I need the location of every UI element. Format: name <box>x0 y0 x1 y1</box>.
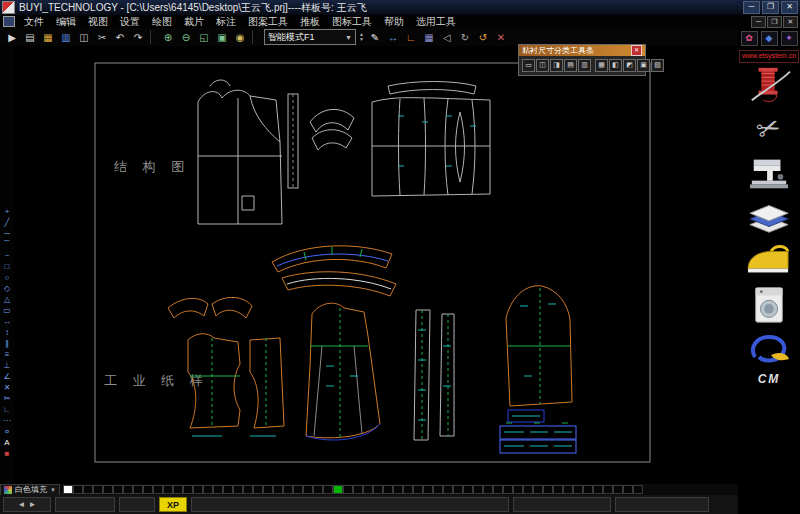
color-swatch-10[interactable] <box>163 485 173 494</box>
rect-tool[interactable]: □ <box>1 261 14 272</box>
color-swatch-29[interactable] <box>353 485 363 494</box>
delete-icon[interactable]: ✕ <box>493 30 509 45</box>
rule-tool[interactable]: ≡ <box>1 349 14 360</box>
menu-item-6[interactable]: 标注 <box>210 15 242 28</box>
iron-icon[interactable] <box>739 239 799 283</box>
fuse-size-9[interactable]: ▣ <box>637 59 650 72</box>
measure-icon[interactable]: ↔ <box>385 30 401 45</box>
color-swatch-45[interactable] <box>513 485 523 494</box>
color-swatch-17[interactable] <box>233 485 243 494</box>
fuse-size-6[interactable]: ▦ <box>595 59 608 72</box>
color-swatch-51[interactable] <box>573 485 583 494</box>
rotate-icon[interactable]: ↻ <box>457 30 473 45</box>
fill-color-select[interactable]: 白色填充 ▼ <box>0 484 60 496</box>
corner-icon[interactable]: ∟ <box>403 30 419 45</box>
erase-tool[interactable]: ✕ <box>1 382 14 393</box>
text-tool[interactable]: A <box>1 437 14 448</box>
pan-icon[interactable]: ◉ <box>232 30 248 45</box>
drawing-canvas[interactable]: 结 构 图 工 业 纸 样 <box>14 46 738 484</box>
band-tool[interactable]: ▭ <box>1 305 14 316</box>
color-swatch-57[interactable] <box>633 485 643 494</box>
color-swatch-1[interactable] <box>73 485 83 494</box>
zoom-window-icon[interactable]: ▣ <box>214 30 230 45</box>
color-swatch-7[interactable] <box>133 485 143 494</box>
color-swatch-13[interactable] <box>193 485 203 494</box>
options-button[interactable]: ✦ <box>781 31 798 46</box>
size-chart-button[interactable]: ◆ <box>761 31 778 46</box>
color-swatch-3[interactable] <box>93 485 103 494</box>
color-swatch-54[interactable] <box>603 485 613 494</box>
color-swatch-41[interactable] <box>473 485 483 494</box>
zoom-in-icon[interactable]: ⊕ <box>160 30 176 45</box>
sewing-machine-icon[interactable] <box>739 151 799 195</box>
color-swatch-50[interactable] <box>563 485 573 494</box>
menu-item-5[interactable]: 裁片 <box>178 15 210 28</box>
menu-item-1[interactable]: 编辑 <box>50 15 82 28</box>
color-swatch-19[interactable] <box>253 485 263 494</box>
scissors-icon[interactable]: ✂ <box>739 107 799 151</box>
color-swatch-9[interactable] <box>153 485 163 494</box>
fuse-size-3[interactable]: ◨ <box>550 59 563 72</box>
fuse-size-8[interactable]: ◩ <box>623 59 636 72</box>
color-swatch-26[interactable] <box>323 485 333 494</box>
parallel-tool[interactable]: ∥ <box>1 338 14 349</box>
fabric-stack-icon[interactable] <box>739 195 799 239</box>
brand-logo-icon[interactable] <box>739 327 799 371</box>
scissor-tool[interactable]: ✂ <box>1 393 14 404</box>
fuse-size-5[interactable]: ▥ <box>578 59 591 72</box>
grid-icon[interactable]: ▦ <box>421 30 437 45</box>
circle-tool[interactable]: ○ <box>1 272 14 283</box>
color-swatch-49[interactable] <box>553 485 563 494</box>
open-file-icon[interactable]: ▦ <box>40 30 56 45</box>
mode-spinner[interactable]: ▲▼ <box>359 32 364 42</box>
print-icon[interactable]: ◫ <box>76 30 92 45</box>
color-swatch-39[interactable] <box>453 485 463 494</box>
cut-icon[interactable]: ✂ <box>94 30 110 45</box>
menu-item-11[interactable]: 选用工具 <box>410 15 462 28</box>
menu-item-7[interactable]: 图案工具 <box>242 15 294 28</box>
color-swatch-12[interactable] <box>183 485 193 494</box>
color-swatch-28[interactable] <box>343 485 353 494</box>
refresh-icon[interactable]: ↺ <box>475 30 491 45</box>
color-swatch-53[interactable] <box>593 485 603 494</box>
new-file-icon[interactable]: ▤ <box>22 30 38 45</box>
color-swatch-56[interactable] <box>623 485 633 494</box>
color-swatch-22[interactable] <box>283 485 293 494</box>
menu-item-3[interactable]: 设置 <box>114 15 146 28</box>
color-swatch-33[interactable] <box>393 485 403 494</box>
fuse-size-10[interactable]: ▧ <box>651 59 664 72</box>
color-swatch-48[interactable] <box>543 485 553 494</box>
redo-icon[interactable]: ↷ <box>130 30 146 45</box>
mdi-restore-button[interactable]: ❐ <box>767 16 782 28</box>
minimize-button[interactable]: ─ <box>743 1 760 14</box>
smart-pen-tool[interactable]: + <box>1 206 14 217</box>
color-swatch-32[interactable] <box>383 485 393 494</box>
dart-tool[interactable]: △ <box>1 294 14 305</box>
mirror-icon[interactable]: ◁ <box>439 30 455 45</box>
close-icon[interactable]: ✕ <box>631 45 642 56</box>
color-swatch-30[interactable] <box>363 485 373 494</box>
menu-item-9[interactable]: 图标工具 <box>326 15 378 28</box>
mdi-minimize-button[interactable]: ─ <box>751 16 766 28</box>
color-swatch-35[interactable] <box>413 485 423 494</box>
arc-tool[interactable]: ⌒ <box>1 239 14 250</box>
color-swatch-40[interactable] <box>463 485 473 494</box>
maximize-button[interactable]: ❐ <box>762 1 779 14</box>
dots-tool[interactable]: ⋯ <box>1 415 14 426</box>
color-swatch-55[interactable] <box>613 485 623 494</box>
thread-spool-icon[interactable] <box>739 63 799 107</box>
menu-item-10[interactable]: 帮助 <box>378 15 410 28</box>
color-swatch-14[interactable] <box>203 485 213 494</box>
pattern-canvas[interactable]: 结 构 图 工 业 纸 样 <box>14 46 738 484</box>
color-swatch-18[interactable] <box>243 485 253 494</box>
color-swatch-27[interactable] <box>333 485 343 494</box>
floating-toolbar-titlebar[interactable]: 粘衬尺寸分类工具条 ✕ <box>519 45 645 56</box>
save-icon[interactable]: ▥ <box>58 30 74 45</box>
color-tool[interactable]: ■ <box>1 448 14 459</box>
fuse-size-7[interactable]: ◧ <box>609 59 622 72</box>
angle-tool[interactable]: ∠ <box>1 371 14 382</box>
document-icon[interactable] <box>3 16 15 27</box>
color-swatch-36[interactable] <box>423 485 433 494</box>
hline-tool[interactable]: ─ <box>1 228 14 239</box>
smart-pen-icon[interactable]: ✎ <box>367 30 383 45</box>
